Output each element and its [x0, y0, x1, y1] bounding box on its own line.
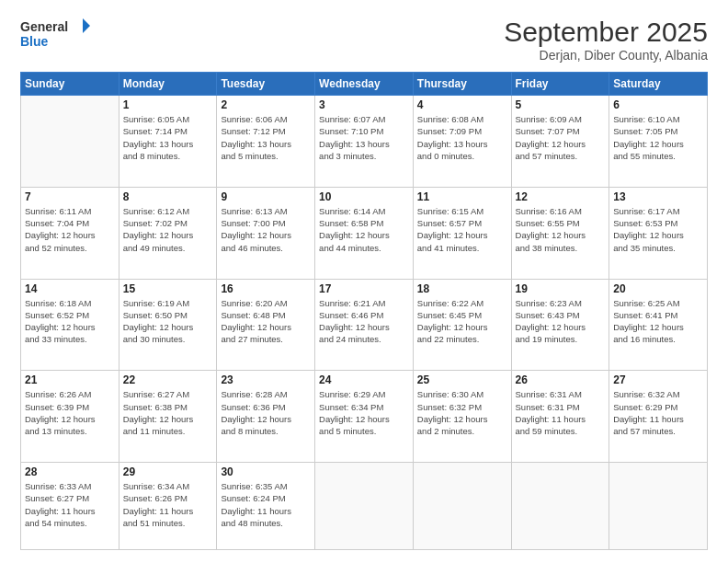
day-number: 2	[221, 98, 311, 111]
day-cell: 27Sunrise: 6:32 AM Sunset: 6:29 PM Dayli…	[609, 371, 708, 463]
day-cell: 19Sunrise: 6:23 AM Sunset: 6:43 PM Dayli…	[511, 279, 609, 371]
day-cell: 25Sunrise: 6:30 AM Sunset: 6:32 PM Dayli…	[413, 371, 511, 463]
col-header-sunday: Sunday	[21, 73, 119, 96]
day-info: Sunrise: 6:05 AM Sunset: 7:14 PM Dayligh…	[123, 113, 213, 162]
day-number: 30	[221, 465, 311, 478]
day-cell: 7Sunrise: 6:11 AM Sunset: 7:04 PM Daylig…	[21, 187, 119, 279]
day-cell: 15Sunrise: 6:19 AM Sunset: 6:50 PM Dayli…	[119, 279, 217, 371]
day-number: 11	[417, 190, 507, 203]
day-info: Sunrise: 6:17 AM Sunset: 6:53 PM Dayligh…	[613, 205, 703, 254]
day-cell: 22Sunrise: 6:27 AM Sunset: 6:38 PM Dayli…	[119, 371, 217, 463]
day-number: 20	[613, 282, 703, 295]
day-cell: 20Sunrise: 6:25 AM Sunset: 6:41 PM Dayli…	[609, 279, 708, 371]
day-info: Sunrise: 6:07 AM Sunset: 7:10 PM Dayligh…	[319, 113, 409, 162]
day-number: 15	[123, 282, 213, 295]
day-info: Sunrise: 6:23 AM Sunset: 6:43 PM Dayligh…	[516, 297, 606, 346]
day-cell: 21Sunrise: 6:26 AM Sunset: 6:39 PM Dayli…	[21, 371, 119, 463]
day-cell	[511, 463, 609, 550]
col-header-friday: Friday	[511, 73, 609, 96]
day-number: 16	[221, 282, 311, 295]
day-info: Sunrise: 6:33 AM Sunset: 6:27 PM Dayligh…	[25, 480, 115, 529]
day-number: 9	[221, 190, 311, 203]
day-info: Sunrise: 6:34 AM Sunset: 6:26 PM Dayligh…	[123, 480, 213, 529]
svg-marker-1	[83, 18, 90, 33]
day-number: 10	[319, 190, 409, 203]
day-info: Sunrise: 6:09 AM Sunset: 7:07 PM Dayligh…	[516, 113, 606, 162]
day-info: Sunrise: 6:15 AM Sunset: 6:57 PM Dayligh…	[417, 205, 507, 254]
day-cell: 13Sunrise: 6:17 AM Sunset: 6:53 PM Dayli…	[609, 187, 708, 279]
day-number: 23	[221, 373, 311, 386]
day-info: Sunrise: 6:31 AM Sunset: 6:31 PM Dayligh…	[516, 388, 606, 437]
day-cell: 9Sunrise: 6:13 AM Sunset: 7:00 PM Daylig…	[217, 187, 315, 279]
col-header-thursday: Thursday	[413, 73, 511, 96]
day-number: 13	[613, 190, 703, 203]
svg-text:Blue: Blue	[20, 34, 49, 49]
logo: General Blue	[20, 17, 94, 52]
day-info: Sunrise: 6:16 AM Sunset: 6:55 PM Dayligh…	[516, 205, 606, 254]
day-cell: 11Sunrise: 6:15 AM Sunset: 6:57 PM Dayli…	[413, 187, 511, 279]
day-cell: 3Sunrise: 6:07 AM Sunset: 7:10 PM Daylig…	[315, 96, 414, 188]
day-cell: 2Sunrise: 6:06 AM Sunset: 7:12 PM Daylig…	[217, 96, 315, 188]
day-number: 19	[516, 282, 606, 295]
day-info: Sunrise: 6:11 AM Sunset: 7:04 PM Dayligh…	[25, 205, 115, 254]
day-cell	[413, 463, 511, 550]
day-cell: 18Sunrise: 6:22 AM Sunset: 6:45 PM Dayli…	[413, 279, 511, 371]
col-header-tuesday: Tuesday	[217, 73, 315, 96]
day-cell: 24Sunrise: 6:29 AM Sunset: 6:34 PM Dayli…	[315, 371, 414, 463]
week-row-2: 7Sunrise: 6:11 AM Sunset: 7:04 PM Daylig…	[21, 187, 708, 279]
day-info: Sunrise: 6:32 AM Sunset: 6:29 PM Dayligh…	[613, 388, 703, 437]
header: General Blue September 2025 Derjan, Dibe…	[20, 17, 708, 63]
week-row-3: 14Sunrise: 6:18 AM Sunset: 6:52 PM Dayli…	[21, 279, 708, 371]
day-info: Sunrise: 6:12 AM Sunset: 7:02 PM Dayligh…	[123, 205, 213, 254]
month-title: September 2025	[504, 17, 708, 48]
title-area: September 2025 Derjan, Diber County, Alb…	[504, 17, 708, 63]
day-info: Sunrise: 6:25 AM Sunset: 6:41 PM Dayligh…	[613, 297, 703, 346]
day-number: 6	[613, 98, 703, 111]
day-number: 7	[25, 190, 115, 203]
day-cell: 23Sunrise: 6:28 AM Sunset: 6:36 PM Dayli…	[217, 371, 315, 463]
day-info: Sunrise: 6:29 AM Sunset: 6:34 PM Dayligh…	[319, 388, 409, 437]
day-cell: 14Sunrise: 6:18 AM Sunset: 6:52 PM Dayli…	[21, 279, 119, 371]
day-number: 22	[123, 373, 213, 386]
day-cell: 5Sunrise: 6:09 AM Sunset: 7:07 PM Daylig…	[511, 96, 609, 188]
day-cell	[609, 463, 708, 550]
day-info: Sunrise: 6:08 AM Sunset: 7:09 PM Dayligh…	[417, 113, 507, 162]
day-cell: 4Sunrise: 6:08 AM Sunset: 7:09 PM Daylig…	[413, 96, 511, 188]
day-cell: 30Sunrise: 6:35 AM Sunset: 6:24 PM Dayli…	[217, 463, 315, 550]
day-cell: 1Sunrise: 6:05 AM Sunset: 7:14 PM Daylig…	[119, 96, 217, 188]
day-info: Sunrise: 6:26 AM Sunset: 6:39 PM Dayligh…	[25, 388, 115, 437]
day-info: Sunrise: 6:06 AM Sunset: 7:12 PM Dayligh…	[221, 113, 311, 162]
week-row-5: 28Sunrise: 6:33 AM Sunset: 6:27 PM Dayli…	[21, 463, 708, 550]
location-title: Derjan, Diber County, Albania	[504, 48, 708, 63]
day-number: 1	[123, 98, 213, 111]
day-cell	[315, 463, 414, 550]
day-number: 21	[25, 373, 115, 386]
week-row-1: 1Sunrise: 6:05 AM Sunset: 7:14 PM Daylig…	[21, 96, 708, 188]
day-info: Sunrise: 6:14 AM Sunset: 6:58 PM Dayligh…	[319, 205, 409, 254]
svg-text:General: General	[20, 19, 68, 34]
col-header-saturday: Saturday	[609, 73, 708, 96]
day-number: 12	[516, 190, 606, 203]
week-row-4: 21Sunrise: 6:26 AM Sunset: 6:39 PM Dayli…	[21, 371, 708, 463]
day-info: Sunrise: 6:35 AM Sunset: 6:24 PM Dayligh…	[221, 480, 311, 529]
day-number: 4	[417, 98, 507, 111]
day-info: Sunrise: 6:20 AM Sunset: 6:48 PM Dayligh…	[221, 297, 311, 346]
day-info: Sunrise: 6:21 AM Sunset: 6:46 PM Dayligh…	[319, 297, 409, 346]
day-number: 3	[319, 98, 409, 111]
day-number: 18	[417, 282, 507, 295]
day-cell: 16Sunrise: 6:20 AM Sunset: 6:48 PM Dayli…	[217, 279, 315, 371]
day-info: Sunrise: 6:22 AM Sunset: 6:45 PM Dayligh…	[417, 297, 507, 346]
day-cell: 12Sunrise: 6:16 AM Sunset: 6:55 PM Dayli…	[511, 187, 609, 279]
day-cell: 28Sunrise: 6:33 AM Sunset: 6:27 PM Dayli…	[21, 463, 119, 550]
day-number: 27	[613, 373, 703, 386]
day-number: 26	[516, 373, 606, 386]
day-info: Sunrise: 6:28 AM Sunset: 6:36 PM Dayligh…	[221, 388, 311, 437]
day-cell: 6Sunrise: 6:10 AM Sunset: 7:05 PM Daylig…	[609, 96, 708, 188]
page: General Blue September 2025 Derjan, Dibe…	[0, 0, 728, 563]
day-cell: 8Sunrise: 6:12 AM Sunset: 7:02 PM Daylig…	[119, 187, 217, 279]
day-cell: 17Sunrise: 6:21 AM Sunset: 6:46 PM Dayli…	[315, 279, 414, 371]
header-row: SundayMondayTuesdayWednesdayThursdayFrid…	[21, 73, 708, 96]
day-cell: 29Sunrise: 6:34 AM Sunset: 6:26 PM Dayli…	[119, 463, 217, 550]
day-cell	[21, 96, 119, 188]
day-number: 17	[319, 282, 409, 295]
